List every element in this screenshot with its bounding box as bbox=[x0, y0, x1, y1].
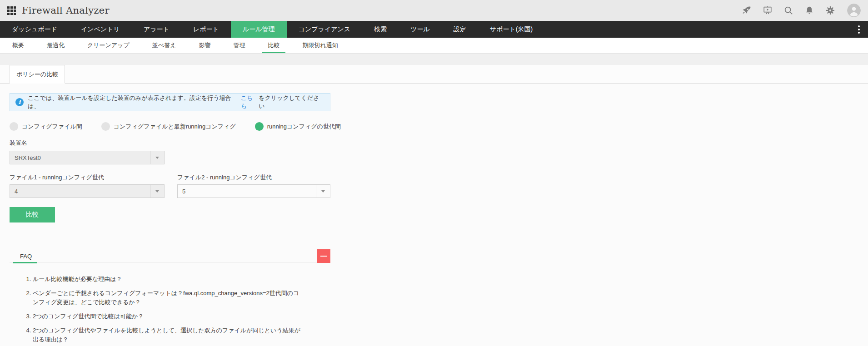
nav-item-inventory[interactable]: インベントリ bbox=[69, 21, 132, 38]
subnav-item-cleanup[interactable]: クリーンアップ bbox=[76, 38, 141, 53]
file2-select-value: 5 bbox=[178, 188, 316, 195]
top-header: Firewall Analyzer bbox=[0, 0, 868, 21]
page-tabstrip: ポリシーの比較 bbox=[0, 65, 868, 84]
file-labels-row: ファイル1 - runningコンフィグ世代 ファイル2 - runningコン… bbox=[10, 173, 868, 182]
faq-item: 2つのコンフィグ世代やファイルを比較しようとして、選択した双方のファイルが同じと… bbox=[33, 326, 303, 344]
info-banner: i ここでは、装置ルールを設定した装置のみが表示されます。設定を行う場合は、こち… bbox=[10, 93, 330, 111]
rule-management-subnav: 概要 最適化 クリーンアップ 並べ替え 影響 管理 比較 期限切れ通知 bbox=[0, 38, 868, 54]
tab-policy-comparison[interactable]: ポリシーの比較 bbox=[10, 65, 65, 84]
radio-circle-icon bbox=[10, 122, 18, 131]
file2-generation-select[interactable]: 5 bbox=[177, 184, 330, 198]
main-nav: ダッシュボード インベントリ アラート レポート ルール管理 コンプライアンス … bbox=[0, 21, 868, 38]
nav-item-search[interactable]: 検索 bbox=[362, 21, 399, 38]
device-select-value: SRXTest0 bbox=[10, 154, 150, 161]
radio-circle-icon bbox=[101, 122, 110, 131]
faq-list: ルール比較機能が必要な理由は？ ベンダーごとに予想されるコンフィグフォーマットは… bbox=[10, 275, 303, 344]
subnav-item-optimization[interactable]: 最適化 bbox=[35, 38, 76, 53]
file1-generation-select[interactable]: 4 bbox=[10, 184, 165, 198]
radio-running-generations[interactable]: runningコンフィグの世代間 bbox=[255, 122, 341, 131]
device-select-arrow[interactable] bbox=[150, 151, 164, 164]
info-banner-link[interactable]: こちら bbox=[241, 94, 259, 110]
file-selects-row: 4 5 bbox=[10, 184, 868, 198]
subnav-item-reorder[interactable]: 並べ替え bbox=[141, 38, 188, 53]
info-banner-text: ここでは、装置ルールを設定した装置のみが表示されます。設定を行う場合は、 bbox=[28, 94, 241, 110]
header-actions bbox=[742, 4, 861, 17]
device-name-label: 装置名 bbox=[10, 139, 868, 147]
demo-player-icon[interactable] bbox=[763, 5, 773, 15]
radio-circle-icon bbox=[255, 122, 264, 131]
nav-item-support[interactable]: サポート(米国) bbox=[478, 21, 544, 38]
nav-item-dashboard[interactable]: ダッシュボード bbox=[0, 21, 69, 38]
faq-section: FAQ ルール比較機能が必要な理由は？ ベンダーごとに予想されるコンフィグフォー… bbox=[10, 249, 330, 344]
chevron-down-icon bbox=[321, 190, 325, 194]
subnav-item-expiry-notification[interactable]: 期限切れ通知 bbox=[291, 38, 349, 53]
file2-label: ファイル2 - runningコンフィグ世代 bbox=[177, 173, 272, 182]
radio-config-vs-latest-running[interactable]: コンフィグファイルと最新runningコンフィグ bbox=[101, 122, 236, 131]
settings-gear-icon[interactable] bbox=[825, 5, 835, 15]
chevron-down-icon bbox=[155, 157, 159, 161]
faq-item: ルール比較機能が必要な理由は？ bbox=[33, 275, 303, 284]
comparison-form: i ここでは、装置ルールを設定した装置のみが表示されます。設定を行う場合は、こち… bbox=[0, 93, 868, 344]
minus-icon bbox=[320, 256, 327, 257]
notifications-bell-icon[interactable] bbox=[804, 5, 814, 15]
compare-mode-radios: コンフィグファイル間 コンフィグファイルと最新runningコンフィグ runn… bbox=[10, 122, 868, 131]
subnav-item-management[interactable]: 管理 bbox=[222, 38, 256, 53]
radio-label: runningコンフィグの世代間 bbox=[267, 123, 341, 131]
radio-label: コンフィグファイルと最新runningコンフィグ bbox=[114, 123, 236, 131]
app-title: Firewall Analyzer bbox=[22, 5, 110, 16]
subnav-item-comparison[interactable]: 比較 bbox=[256, 38, 291, 53]
chevron-down-icon bbox=[155, 190, 159, 194]
file2-select-arrow[interactable] bbox=[316, 185, 330, 198]
spacer-band bbox=[0, 54, 868, 65]
rocket-icon[interactable] bbox=[742, 5, 752, 15]
faq-active-underline bbox=[13, 262, 37, 263]
nav-item-compliance[interactable]: コンプライアンス bbox=[287, 21, 363, 38]
apps-grid-icon[interactable] bbox=[7, 6, 16, 15]
nav-item-settings[interactable]: 設定 bbox=[442, 21, 478, 38]
faq-title: FAQ bbox=[20, 253, 32, 260]
file1-select-arrow[interactable] bbox=[150, 185, 164, 198]
faq-item: 2つのコンフィグ世代間で比較は可能か？ bbox=[33, 312, 303, 321]
file1-select-value: 4 bbox=[10, 188, 150, 195]
nav-item-rule-management[interactable]: ルール管理 bbox=[231, 21, 287, 38]
user-avatar[interactable] bbox=[847, 4, 861, 17]
file1-label: ファイル1 - runningコンフィグ世代 bbox=[10, 173, 165, 182]
faq-collapse-button[interactable] bbox=[317, 249, 330, 263]
faq-header: FAQ bbox=[10, 249, 330, 263]
subnav-item-overview[interactable]: 概要 bbox=[1, 38, 35, 53]
radio-config-files[interactable]: コンフィグファイル間 bbox=[10, 122, 82, 131]
nav-item-reports[interactable]: レポート bbox=[181, 21, 231, 38]
user-avatar-icon bbox=[847, 4, 861, 17]
radio-label: コンフィグファイル間 bbox=[22, 123, 82, 131]
subnav-item-impact[interactable]: 影響 bbox=[187, 38, 222, 53]
info-banner-text-suffix: をクリックしてください bbox=[259, 94, 324, 110]
nav-item-alerts[interactable]: アラート bbox=[132, 21, 181, 38]
search-icon[interactable] bbox=[783, 5, 793, 15]
nav-item-tools[interactable]: ツール bbox=[399, 21, 442, 38]
faq-item: ベンダーごとに予想されるコンフィグフォーマットは？fwa.ql.comp_cha… bbox=[33, 289, 303, 307]
compare-button[interactable]: 比較 bbox=[10, 207, 55, 222]
more-menu-kebab-icon[interactable] bbox=[850, 21, 868, 38]
info-icon: i bbox=[15, 98, 24, 106]
device-select[interactable]: SRXTest0 bbox=[10, 151, 165, 164]
